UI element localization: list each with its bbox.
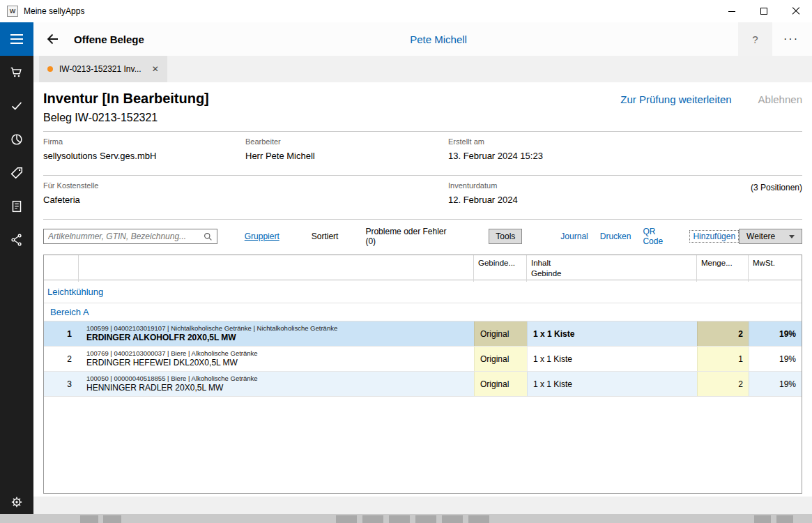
divider xyxy=(43,219,802,220)
table-row[interactable]: 3 100050 | 00000040518855 | Biere | Alko… xyxy=(44,372,802,397)
document-subtitle: Beleg IW-0213-152321 xyxy=(43,112,802,124)
article-meta: 100050 | 00000040518855 | Biere | Alkoho… xyxy=(86,374,258,383)
help-button[interactable]: ? xyxy=(738,22,772,56)
mwst-cell: 19% xyxy=(749,372,802,396)
print-link[interactable]: Drucken xyxy=(600,232,631,241)
more-options-button[interactable]: ··· xyxy=(776,22,806,56)
search-input[interactable] xyxy=(48,232,204,241)
article-name: HENNINGER RADLER 20X0,5L MW xyxy=(86,383,223,394)
field-label-kostenstelle: Für Kostenstelle xyxy=(43,181,448,190)
qr-code-link[interactable]: QR Code xyxy=(643,227,677,246)
maximize-icon xyxy=(760,8,767,15)
close-button[interactable] xyxy=(780,0,812,22)
taskbar-item[interactable] xyxy=(80,515,98,523)
sidebar xyxy=(0,56,33,514)
sidebar-item-tasks[interactable] xyxy=(0,89,33,123)
menge-cell[interactable]: 1 xyxy=(697,347,749,371)
page-title: Offene Belege xyxy=(74,33,144,45)
user-name[interactable]: Pete Michell xyxy=(410,33,467,45)
sidebar-item-share[interactable] xyxy=(0,223,33,257)
article-name: ERDINGER HEFEWEI DKL20X0,5L MW xyxy=(86,358,238,369)
problems-filter[interactable]: Probleme oder Fehler (0) xyxy=(365,227,459,246)
sidebar-item-cart[interactable] xyxy=(0,56,33,89)
tab-modified-dot-icon xyxy=(47,66,53,72)
inhalt-cell[interactable]: 1 x 1 Kiste xyxy=(527,372,697,396)
share-icon xyxy=(9,232,24,248)
tab-label: IW-0213-152321 Inv... xyxy=(59,64,141,74)
taskbar-item[interactable] xyxy=(415,515,436,523)
article-meta: 100769 | 04002103000037 | Biere | Alkoho… xyxy=(86,349,258,358)
tag-icon xyxy=(9,165,24,181)
inhalt-cell[interactable]: 1 x 1 Kiste xyxy=(527,321,697,346)
article-name: ERDINGER ALKOHOLFR 20X0,5L MW xyxy=(86,333,236,344)
journal-link[interactable]: Journal xyxy=(560,232,588,241)
table-toolbar: Gruppiert Sortiert Probleme oder Fehler … xyxy=(43,228,802,245)
hamburger-menu-button[interactable] xyxy=(0,22,33,56)
field-label-bearbeiter: Bearbeiter xyxy=(245,137,448,146)
minimize-button[interactable] xyxy=(716,0,748,22)
menge-cell[interactable]: 2 xyxy=(697,372,749,396)
gebinde-cell[interactable]: Original xyxy=(474,347,527,371)
taskbar-item[interactable] xyxy=(389,515,410,523)
window-titlebar: W Meine sellyApps xyxy=(0,0,812,22)
taskbar-item[interactable] xyxy=(362,515,383,523)
check-icon xyxy=(9,98,24,114)
add-link[interactable]: Hinzufügen xyxy=(689,230,739,243)
field-label-firma: Firma xyxy=(43,137,245,146)
journal-icon xyxy=(9,199,24,214)
positions-table: Gebinde... Inhalt Gebinde Menge... MwSt.… xyxy=(43,255,802,494)
mwst-cell: 19% xyxy=(749,347,802,371)
window-title: Meine sellyApps xyxy=(24,6,84,16)
row-number: 3 xyxy=(44,372,79,396)
positions-count: (3 Positionen) xyxy=(751,183,802,205)
field-label-inventurdatum: Inventurdatum xyxy=(448,181,518,190)
tab-document[interactable]: IW-0213-152321 Inv... ✕ xyxy=(39,56,167,82)
sorted-toggle[interactable]: Sortiert xyxy=(312,232,339,241)
field-label-erstellt-am: Erstellt am xyxy=(448,137,543,146)
field-value-kostenstelle: Cafeteria xyxy=(43,195,448,205)
taskbar-item[interactable] xyxy=(776,515,793,523)
menge-cell[interactable]: 2 xyxy=(697,321,749,346)
back-button[interactable] xyxy=(42,31,64,47)
chevron-down-icon xyxy=(789,235,795,238)
search-box[interactable] xyxy=(43,229,217,244)
sidebar-item-prices[interactable] xyxy=(0,156,33,190)
header-gebinde[interactable]: Gebinde... xyxy=(474,255,527,282)
group-header-leichtkuehlung[interactable]: Leichtkühlung xyxy=(44,280,802,303)
header-mwst[interactable]: MwSt. xyxy=(749,255,802,282)
header-article xyxy=(79,255,474,282)
more-dropdown-button[interactable]: Weitere xyxy=(739,229,802,244)
reject-link[interactable]: Ablehnen xyxy=(758,93,802,105)
taskbar-item[interactable] xyxy=(442,515,463,523)
sidebar-item-journal[interactable] xyxy=(0,190,33,223)
back-arrow-icon xyxy=(45,31,61,47)
maximize-button[interactable] xyxy=(748,0,780,22)
tab-close-icon[interactable]: ✕ xyxy=(152,64,159,74)
field-value-erstellt-am: 13. Februar 2024 15:23 xyxy=(448,151,543,161)
table-row[interactable]: 1 100599 | 04002103019107 | Nichtalkohol… xyxy=(44,321,802,347)
tools-button[interactable]: Tools xyxy=(489,229,522,244)
table-header-row: Gebinde... Inhalt Gebinde Menge... MwSt. xyxy=(44,255,802,280)
app-footer xyxy=(33,497,812,514)
pie-chart-icon xyxy=(9,132,24,147)
gebinde-cell[interactable]: Original xyxy=(474,321,527,346)
app-command-bar: Offene Belege Pete Michell ? ··· xyxy=(0,22,812,56)
header-inhalt-gebinde[interactable]: Inhalt Gebinde xyxy=(527,255,697,282)
article-cell: 100599 | 04002103019107 | Nichtalkoholis… xyxy=(79,321,474,346)
header-menge[interactable]: Menge... xyxy=(697,255,749,282)
mwst-cell: 19% xyxy=(749,321,802,346)
gebinde-cell[interactable]: Original xyxy=(474,372,527,396)
group-header-bereich-a[interactable]: Bereich A xyxy=(44,303,802,321)
table-row[interactable]: 2 100769 | 04002103000037 | Biere | Alko… xyxy=(44,347,802,372)
taskbar-item[interactable] xyxy=(468,515,489,523)
taskbar-item[interactable] xyxy=(336,515,357,523)
taskbar-item[interactable] xyxy=(754,515,771,523)
inhalt-cell[interactable]: 1 x 1 Kiste xyxy=(527,347,697,371)
sidebar-item-settings[interactable] xyxy=(0,490,33,514)
sidebar-item-reports[interactable] xyxy=(0,123,33,156)
document-view: Inventur [In Bearbeitung] Zur Prüfung we… xyxy=(33,82,812,497)
taskbar-item[interactable] xyxy=(103,515,121,523)
forward-for-review-link[interactable]: Zur Prüfung weiterleiten xyxy=(620,93,731,105)
hamburger-icon xyxy=(10,34,23,36)
grouped-toggle[interactable]: Gruppiert xyxy=(245,232,279,241)
